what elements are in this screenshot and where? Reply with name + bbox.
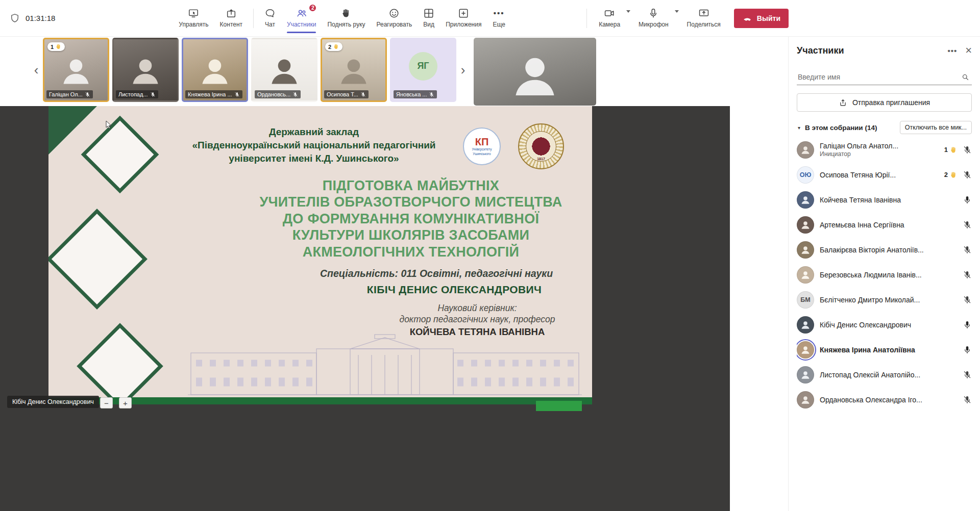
mic-muted-icon[interactable] [963,295,972,304]
participant-badges [963,270,972,279]
microphone-options-chevron[interactable] [674,12,680,21]
participant-row[interactable]: Березовська Людмила Іванів... [797,262,972,287]
share-label: Поделиться [687,21,721,28]
mic-muted-icon [360,92,366,97]
mic-muted-icon[interactable] [963,270,972,279]
toolbar-right: Камера Микрофон Поделиться Выйти [582,4,789,33]
participants-button[interactable]: 2 Участники [282,4,321,33]
mute-all-button[interactable]: Отключить все мик... [900,121,972,134]
chevron-down-icon [626,10,630,20]
manage-button[interactable]: Управлять [174,4,213,33]
grid-view-icon [423,8,434,19]
mic-muted-icon[interactable] [963,370,972,379]
raised-hand-count: 1 [944,146,948,154]
smiley-icon [388,8,400,19]
presenter-name-label: Кібіч Денис Олександрович [7,396,99,408]
camera-options-chevron[interactable] [625,12,631,21]
person-silhouette-icon [800,369,811,380]
participant-row[interactable]: Галіцан Ольга Анатол... Инициатор 1 [797,137,972,162]
zoom-out-button[interactable]: − [100,397,113,408]
participant-row[interactable]: БМ Бєлітченко Дмитро Миколай... [797,287,972,312]
tile-name-label: Осипова Т... [324,90,369,98]
mic-muted-icon[interactable] [963,245,972,254]
tile-participant-name: Листопад... [118,91,148,97]
participant-search [797,69,972,85]
microphone-button[interactable]: Микрофон [633,4,673,33]
person-silhouette-icon [800,394,811,405]
share-screen-button[interactable]: Поделиться [682,4,726,33]
apps-button[interactable]: Приложения [440,4,486,33]
raised-hand-icon [333,43,339,50]
raised-hand-badge: 1 [944,146,958,154]
participant-row[interactable]: ОЮ Осипова Тетяна Юрії... 2 [797,162,972,187]
person-silhouette-icon [800,319,811,330]
participant-row[interactable]: Балакірєва Вікторія Анатоліїв... [797,237,972,262]
send-invitation-button[interactable]: Отправка приглашения [797,93,972,112]
raised-hand-badge: 2 [944,171,958,179]
participant-row[interactable]: Княжева Ірина Анатоліївна [797,337,972,362]
react-button[interactable]: Реагировать [372,4,418,33]
participant-row[interactable]: Артемьєва Інна Сергіївна [797,212,972,237]
zoom-in-button[interactable]: + [119,397,132,408]
camera-button[interactable]: Камера [594,4,625,33]
participant-name: Кібіч Денис Олександрович [820,321,957,329]
avatar-initials: БМ [800,296,810,303]
chat-button[interactable]: Чат [259,4,281,33]
participant-badges [963,370,972,379]
video-tile[interactable]: ЯГ Яновська ... [390,38,456,102]
participants-label: Участники [287,21,316,28]
participant-row[interactable]: Койчева Тетяна Іванівна [797,187,972,212]
participant-name: Бєлітченко Дмитро Миколай... [820,296,957,304]
mic-muted-icon[interactable] [963,395,972,404]
participant-badges [963,195,972,205]
avatar [797,241,814,259]
panel-close-button[interactable]: × [965,45,972,56]
mic-on-icon[interactable] [963,195,972,205]
video-tile[interactable]: Листопад... [112,38,179,102]
panel-header: Участники ••• × [797,45,972,56]
mic-muted-icon[interactable] [963,220,972,229]
filmstrip-scroll-left[interactable]: ‹ [30,38,43,102]
mic-muted-icon[interactable] [963,145,972,155]
participant-row[interactable]: Ордановська Олександра Іго... [797,387,972,412]
person-silhouette-icon [800,269,811,280]
leave-button[interactable]: Выйти [734,9,789,28]
video-tile[interactable]: Ордановсь... [251,38,317,102]
participant-row[interactable]: Кібіч Денис Олександрович [797,312,972,337]
tile-name-label: Листопад... [116,90,158,98]
active-speaker-tile[interactable] [474,38,596,106]
content-button[interactable]: Контент [215,4,248,33]
participant-info: Листопад Олексій Анатолійо... [820,371,957,379]
search-input[interactable] [797,69,972,85]
section-collapse-chevron[interactable]: ▾ [797,124,801,132]
raised-hand-badge: 1 [47,42,65,51]
slide-zoom-controls: − + [100,397,132,408]
filmstrip-scroll-right[interactable]: › [456,38,470,102]
more-button[interactable]: ••• Еще [487,4,510,33]
person-silhouette-icon [58,53,94,89]
tile-participant-name: Ордановсь... [257,91,290,97]
avatar: БМ [797,291,814,309]
person-silhouette-icon [127,53,164,89]
mic-muted-icon[interactable] [963,170,972,180]
toolbar-center: Управлять Контент Чат 2 Участники Поднят… [102,4,582,33]
raise-hand-button[interactable]: Поднять руку [322,4,370,33]
send-invitation-label: Отправка приглашения [852,98,930,107]
video-tile[interactable]: 1 Галіцан Ол... [43,38,109,102]
video-tile[interactable]: Княжева Ірина ... [182,38,248,102]
meeting-toolbar: 01:31:18 Управлять Контент Чат 2 Участни… [0,0,980,37]
video-tile[interactable]: 2 Осипова Т... [321,38,387,102]
raised-hand-count: 2 [328,44,331,50]
view-button[interactable]: Вид [418,4,439,33]
raised-hand-icon [55,43,62,50]
mic-on-icon[interactable] [963,320,972,329]
participant-info: Галіцан Ольга Анатол... Инициатор [820,142,939,158]
mic-on-icon[interactable] [963,345,972,354]
raise-hand-label: Поднять руку [327,21,365,28]
participant-row[interactable]: Листопад Олексій Анатолійо... [797,362,972,387]
person-silhouette-icon [266,53,303,89]
participant-badges: 2 [944,170,972,180]
slide-advisor-block: Науковий керівник: доктор педагогічних н… [350,303,592,325]
panel-more-button[interactable]: ••• [947,46,957,55]
avatar [797,391,814,408]
